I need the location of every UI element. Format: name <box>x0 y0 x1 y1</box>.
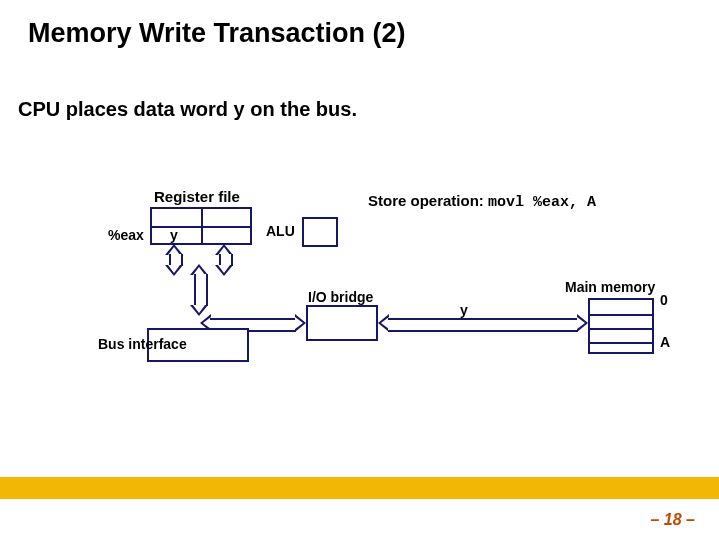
mem-row-1 <box>590 314 652 316</box>
store-operation-code: movl %eax, A <box>488 194 596 211</box>
io-bridge-label: I/O bridge <box>308 289 373 305</box>
register-file-label: Register file <box>154 188 240 205</box>
alu-box <box>302 217 338 247</box>
slide-subtitle: CPU places data word y on the bus. <box>18 98 357 121</box>
page-number: – 18 – <box>651 511 695 529</box>
reg-to-bus-arrow-1 <box>165 244 183 276</box>
regbus-to-busiface-arrow <box>190 264 208 316</box>
bus-value-y: y <box>460 302 468 318</box>
iobridge-to-mem-arrow <box>378 314 588 332</box>
mem-row-3 <box>590 342 652 344</box>
regfile-hdiv <box>152 226 250 228</box>
eax-value: y <box>170 227 178 243</box>
reg-to-bus-arrow-2 <box>215 244 233 276</box>
footer-bar <box>0 477 719 499</box>
mem-addr-a: A <box>660 334 670 350</box>
mem-addr-0: 0 <box>660 292 668 308</box>
mem-row-2 <box>590 328 652 330</box>
main-memory-label: Main memory <box>565 279 655 295</box>
store-operation-label: Store operation: movl %eax, A <box>368 192 596 211</box>
main-memory-box <box>588 298 654 354</box>
register-file-box <box>150 207 252 245</box>
alu-label: ALU <box>266 223 295 239</box>
eax-label: %eax <box>108 227 144 243</box>
slide-title: Memory Write Transaction (2) <box>28 18 406 49</box>
store-operation-prefix: Store operation: <box>368 192 484 209</box>
io-bridge-box <box>306 305 378 341</box>
bus-interface-label: Bus interface <box>98 336 187 352</box>
